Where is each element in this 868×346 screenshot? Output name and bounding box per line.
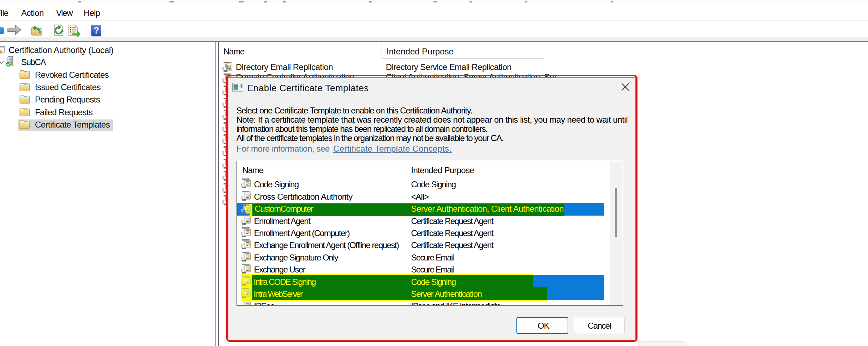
svg-text:?: ?	[94, 25, 99, 36]
